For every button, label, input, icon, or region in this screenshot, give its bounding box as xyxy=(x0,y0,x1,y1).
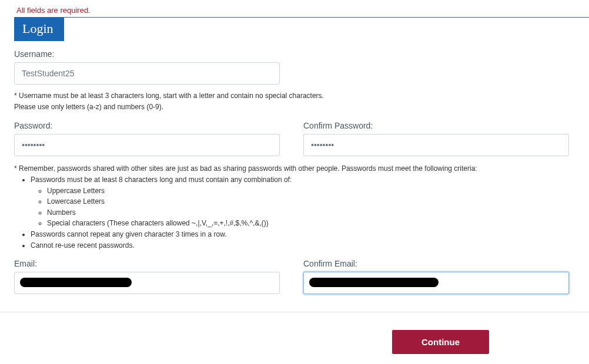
username-label: Username: xyxy=(14,49,575,59)
password-rule-1: Passwords must be at least 8 characters … xyxy=(31,174,575,229)
password-rule-2: Passwords cannot repeat any given charac… xyxy=(31,229,575,240)
password-rule-3: Cannot re-use recent passwords. xyxy=(31,240,575,251)
username-hint-line1: * Username must be at least 3 characters… xyxy=(14,90,575,102)
section-title-login: Login xyxy=(14,18,64,41)
continue-button[interactable]: Continue xyxy=(392,330,489,354)
password-rule-1-sub2: Lowercase Letters xyxy=(47,196,575,207)
email-label: Email: xyxy=(14,259,286,268)
email-input[interactable] xyxy=(14,272,280,294)
confirm-password-label: Confirm Password: xyxy=(303,121,575,130)
password-input[interactable] xyxy=(14,134,280,156)
username-hint-line2: Please use only letters (a-z) and number… xyxy=(14,102,575,113)
error-message: All fields are required. xyxy=(0,0,589,17)
section-divider xyxy=(14,17,589,18)
username-hint: * Username must be at least 3 characters… xyxy=(14,90,575,113)
username-input[interactable] xyxy=(14,62,280,85)
password-rule-1-sub1: Uppercase Letters xyxy=(47,186,575,197)
confirm-email-label: Confirm Email: xyxy=(303,259,575,268)
password-rule-1-sub4: Special characters (These characters all… xyxy=(47,218,575,229)
confirm-password-input[interactable] xyxy=(303,134,569,156)
password-rules: * Remember, passwords shared with other … xyxy=(14,163,575,251)
password-rule-1-sub3: Numbers xyxy=(47,207,575,218)
password-rules-intro: * Remember, passwords shared with other … xyxy=(14,163,575,174)
password-label: Password: xyxy=(14,121,286,130)
confirm-email-input[interactable] xyxy=(303,272,569,294)
